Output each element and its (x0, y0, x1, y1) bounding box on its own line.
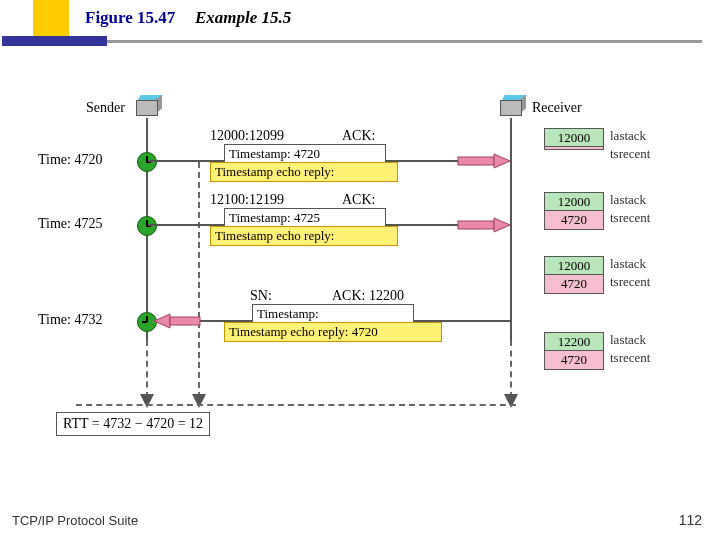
footer-source: TCP/IP Protocol Suite (12, 513, 138, 528)
receiver-icon (500, 100, 522, 114)
page-number: 112 (679, 512, 702, 528)
rtt-result: RTT = 4732 − 4720 = 12 (56, 412, 210, 436)
pkt2-ts: Timestamp: 4725 (224, 208, 386, 228)
tsrecent-label: tsrecent (610, 274, 650, 290)
time-label-1: Time: 4720 (38, 152, 102, 168)
state3-lastack: 12000 (544, 256, 604, 276)
receiver-timeline (510, 118, 512, 340)
pkt2-seq: 12100:12199 (210, 192, 284, 208)
pkt3-sn: SN: (250, 288, 272, 304)
time-label-3: Time: 4732 (38, 312, 102, 328)
state4-tsrecent: 4720 (544, 350, 604, 370)
state2-lastack: 12000 (544, 192, 604, 212)
svg-rect-3 (458, 157, 494, 165)
pkt3-echo: Timestamp echo reply: 4720 (224, 322, 442, 342)
sender-label: Sender (86, 100, 125, 116)
diagram: Sender Receiver Time: 4720 Time: 4725 Ti… (38, 100, 690, 440)
time-label-2: Time: 4725 (38, 216, 102, 232)
pkt1-echo: Timestamp echo reply: (210, 162, 398, 182)
lastack-label: lastack (610, 128, 646, 144)
accent-bar (2, 36, 107, 46)
clock-icon (137, 216, 157, 236)
baseline-dash (76, 404, 516, 406)
state2-tsrecent: 4720 (544, 210, 604, 230)
figure-title: Example 15.5 (195, 8, 291, 28)
state3-tsrecent: 4720 (544, 274, 604, 294)
arrow-right-icon (458, 154, 478, 168)
tsrecent-label: tsrecent (610, 210, 650, 226)
receiver-timeline-dash (510, 340, 512, 398)
svg-marker-6 (494, 218, 510, 232)
arrow-left-icon (154, 314, 174, 328)
pkt3-ts: Timestamp: (252, 304, 414, 324)
pkt1-ts: Timestamp: 4720 (224, 144, 386, 164)
arrow-right-icon (458, 218, 478, 232)
state1-tsrecent (544, 146, 604, 150)
pkt1-seq: 12000:12099 (210, 128, 284, 144)
svg-rect-8 (170, 317, 200, 325)
lastack-label: lastack (610, 192, 646, 208)
header-rule (107, 40, 702, 43)
lastack-label: lastack (610, 332, 646, 348)
svg-rect-5 (458, 221, 494, 229)
svg-marker-7 (154, 314, 170, 328)
clock-icon (137, 152, 157, 172)
sender-timeline-dash (146, 340, 148, 398)
accent-square-white (33, 46, 69, 82)
state4-lastack: 12200 (544, 332, 604, 352)
tsrecent-label: tsrecent (610, 350, 650, 366)
pkt2-echo: Timestamp echo reply: (210, 226, 398, 246)
pkt3-ack: ACK: 12200 (332, 288, 404, 304)
lastack-label: lastack (610, 256, 646, 272)
tsrecent-label: tsrecent (610, 146, 650, 162)
pkt1-ack-label: ACK: (342, 128, 375, 144)
svg-marker-4 (494, 154, 510, 168)
receiver-label: Receiver (532, 100, 582, 116)
accent-square-yellow (33, 0, 69, 36)
pkt2-ack-label: ACK: (342, 192, 375, 208)
sender-icon (136, 100, 158, 114)
figure-number: Figure 15.47 (85, 8, 175, 28)
state1-lastack: 12000 (544, 128, 604, 148)
dash-ref-line (198, 162, 200, 398)
